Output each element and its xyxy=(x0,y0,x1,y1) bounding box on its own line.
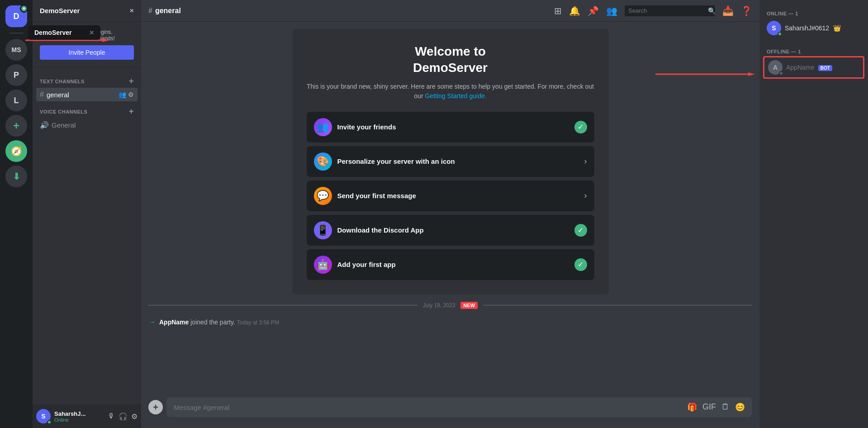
channel-actions: 👥 ⚙ xyxy=(119,91,134,98)
server-badge-plus: + xyxy=(20,5,28,13)
checklist-item-personalize[interactable]: 🎨 Personalize your server with an icon › xyxy=(307,146,594,177)
user-avatar: S xyxy=(36,409,51,423)
settings-channel-icon[interactable]: ⚙ xyxy=(128,91,134,98)
date-divider: July 19, 2023 NEW xyxy=(148,302,752,309)
checklist-item-app[interactable]: 🤖 Add your first app ✓ xyxy=(307,249,594,280)
checklist-check-invite: ✓ xyxy=(574,121,587,133)
chat-area: Welcome toDemoServer This is your brand … xyxy=(141,22,759,397)
server-list: D + MS P L + 🧭 ⬇ xyxy=(0,0,33,428)
chevron-down-icon: ✕ xyxy=(129,8,134,14)
add-voice-channel-icon[interactable]: + xyxy=(129,107,134,116)
offline-member-wrapper: A AppName BOT xyxy=(763,56,864,79)
user-status-dot-online xyxy=(47,420,52,424)
demoserver-tooltip: DemoServer ✕ xyxy=(28,25,100,40)
add-message-button[interactable]: + xyxy=(148,400,163,414)
invite-people-button[interactable]: Invite People xyxy=(40,45,134,60)
members-sidebar: ONLINE — 1 S SaharshJ#0612 👑 OFFLINE — 1… xyxy=(759,0,868,428)
message-input-wrapper: 🎁 GIF 🗒 😊 xyxy=(166,397,752,417)
server-icon-download[interactable]: ⬇ xyxy=(5,166,27,187)
channel-name-header: # general xyxy=(148,7,181,15)
search-input[interactable] xyxy=(628,7,704,14)
search-icon: 🔍 xyxy=(708,7,716,14)
checklist-icon-personalize: 🎨 xyxy=(314,152,332,171)
user-status: Online xyxy=(54,417,104,423)
welcome-card: Welcome toDemoServer This is your brand … xyxy=(292,29,609,295)
checklist-icon-message: 💬 xyxy=(314,187,332,205)
emoji-icon[interactable]: 😊 xyxy=(735,402,745,412)
speaker-icon: 🔊 xyxy=(40,121,49,129)
member-status-offline xyxy=(779,71,783,76)
server-icon-demoserver[interactable]: D + xyxy=(5,5,27,27)
gift-icon[interactable]: 🎁 xyxy=(687,402,697,412)
message-input-actions: 🎁 GIF 🗒 😊 xyxy=(687,402,745,412)
member-item-saharshj[interactable]: S SaharshJ#0612 👑 xyxy=(763,18,864,38)
inbox-icon[interactable]: 📥 xyxy=(722,5,734,16)
channel-hash-icon: # xyxy=(148,7,152,15)
gif-icon[interactable]: GIF xyxy=(702,402,716,412)
member-item-appname[interactable]: A AppName BOT xyxy=(763,56,864,79)
checklist-item-message[interactable]: 💬 Send your first message › xyxy=(307,181,594,211)
top-bar-right: ⊞ 🔔 📌 👥 🔍 📥 ❓ xyxy=(554,5,752,16)
checklist-check-download: ✓ xyxy=(574,224,587,237)
channel-item-general[interactable]: # general 👥 ⚙ xyxy=(36,88,138,101)
server-icon-ms[interactable]: MS xyxy=(5,39,27,61)
getting-started-link[interactable]: Getting Started guide. xyxy=(425,92,486,100)
members-icon[interactable]: 👥 xyxy=(606,5,617,16)
message-input[interactable] xyxy=(174,404,683,411)
user-panel-actions: 🎙 🎧 ⚙ xyxy=(108,412,138,421)
channels-section: TEXT CHANNELS + # general 👥 ⚙ VOICE CHAN… xyxy=(33,67,141,136)
new-badge: NEW xyxy=(460,302,478,309)
server-icon-explore[interactable]: 🧭 xyxy=(5,140,27,162)
welcome-title: Welcome toDemoServer xyxy=(307,43,594,76)
search-bar[interactable]: 🔍 xyxy=(625,5,715,16)
pin-icon[interactable]: 📌 xyxy=(588,5,599,16)
text-channels-label: TEXT CHANNELS xyxy=(40,79,85,84)
tooltip-close-button[interactable]: ✕ xyxy=(89,29,94,36)
message-input-area: + 🎁 GIF 🗒 😊 xyxy=(141,397,759,428)
bell-icon[interactable]: 🔔 xyxy=(569,5,580,16)
checklist-label-message: Send your first message xyxy=(337,192,579,200)
server-header[interactable]: DemoServer ✕ xyxy=(33,0,141,22)
date-label: July 19, 2023 xyxy=(423,302,455,309)
welcome-subtitle: This is your brand new, shiny server. He… xyxy=(307,82,594,101)
invite-channel-icon[interactable]: 👥 xyxy=(119,91,126,98)
voice-channels-category[interactable]: VOICE CHANNELS + xyxy=(36,105,138,118)
offline-members-header: OFFLINE — 1 xyxy=(763,45,864,56)
tooltip-server-name: DemoServer xyxy=(34,29,72,36)
checklist-label-app: Add your first app xyxy=(337,261,569,268)
server-icon-p[interactable]: P xyxy=(5,64,27,86)
checklist-label-download: Download the Discord App xyxy=(337,226,569,234)
deafen-button[interactable]: 🎧 xyxy=(119,412,128,421)
help-icon[interactable]: ❓ xyxy=(741,5,752,16)
slash-command-icon[interactable]: ⊞ xyxy=(554,5,562,16)
user-name: SaharshJ... xyxy=(54,410,104,417)
crown-icon: 👑 xyxy=(833,24,841,32)
voice-channels-label: VOICE CHANNELS xyxy=(40,109,87,114)
add-channel-icon[interactable]: + xyxy=(129,76,134,86)
channel-name-general: general xyxy=(47,91,69,99)
server-icon-l[interactable]: L xyxy=(5,90,27,111)
chevron-right-message: › xyxy=(584,191,587,200)
join-user-name: AppName xyxy=(159,319,189,326)
join-message-text: joined the party. xyxy=(190,319,235,326)
user-panel: S SaharshJ... Online 🎙 🎧 ⚙ xyxy=(33,404,141,428)
member-status-online xyxy=(778,32,782,36)
checklist-icon-download: 📱 xyxy=(314,221,332,239)
user-settings-button[interactable]: ⚙ xyxy=(131,412,138,421)
member-name-saharshj: SaharshJ#0612 xyxy=(785,24,829,32)
chevron-right-personalize: › xyxy=(584,157,587,166)
member-name-appname: AppName xyxy=(786,64,814,71)
mute-button[interactable]: 🎙 xyxy=(108,412,115,421)
sticker-icon[interactable]: 🗒 xyxy=(721,402,730,412)
server-icon-add[interactable]: + xyxy=(5,115,27,137)
channel-header-name: general xyxy=(155,7,181,15)
channel-sidebar: DemoServer ✕ An adventure begins. Let's … xyxy=(33,0,141,428)
server-divider xyxy=(9,33,24,33)
text-channels-category[interactable]: TEXT CHANNELS + xyxy=(36,75,138,88)
member-avatar-appname: A xyxy=(768,60,783,75)
channel-item-general-voice[interactable]: 🔊 General xyxy=(36,118,138,132)
voice-channel-name-general: General xyxy=(52,121,76,129)
checklist-item-invite[interactable]: 👥 Invite your friends ✓ xyxy=(307,112,594,143)
checklist-item-download[interactable]: 📱 Download the Discord App ✓ xyxy=(307,215,594,246)
checklist-icon-app: 🤖 xyxy=(314,256,332,274)
